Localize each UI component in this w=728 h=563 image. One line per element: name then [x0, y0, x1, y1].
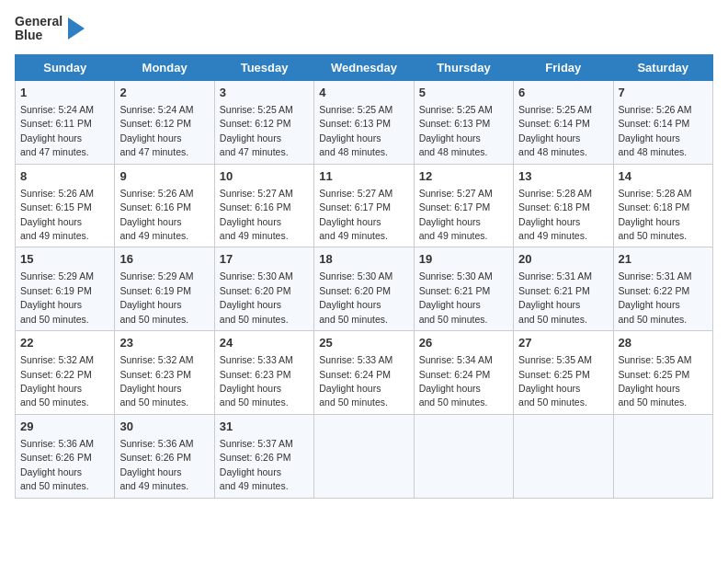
day-info: Sunrise: 5:31 AMSunset: 6:22 PMDaylight … — [619, 270, 692, 324]
calendar-cell: 4Sunrise: 5:25 AMSunset: 6:13 PMDaylight… — [314, 80, 414, 164]
day-number: 20 — [518, 251, 608, 268]
day-info: Sunrise: 5:33 AMSunset: 6:24 PMDaylight … — [319, 354, 392, 408]
day-info: Sunrise: 5:27 AMSunset: 6:16 PMDaylight … — [220, 188, 293, 241]
calendar-cell: 28Sunrise: 5:35 AMSunset: 6:25 PMDayligh… — [613, 331, 712, 415]
day-info: Sunrise: 5:36 AMSunset: 6:26 PMDaylight … — [119, 438, 193, 491]
calendar-cell: 11Sunrise: 5:27 AMSunset: 6:17 PMDayligh… — [314, 164, 414, 247]
calendar-cell: 27Sunrise: 5:35 AMSunset: 6:25 PMDayligh… — [514, 331, 613, 415]
col-header-thursday: Thursday — [414, 54, 513, 80]
day-number: 24 — [220, 335, 309, 351]
calendar-cell: 26Sunrise: 5:34 AMSunset: 6:24 PMDayligh… — [414, 331, 513, 415]
page-header: General Blue — [15, 15, 713, 43]
calendar-table: SundayMondayTuesdayWednesdayThursdayFrid… — [15, 54, 713, 499]
day-info: Sunrise: 5:26 AMSunset: 6:16 PMDaylight … — [119, 188, 193, 241]
col-header-wednesday: Wednesday — [314, 54, 414, 80]
day-number: 7 — [619, 85, 708, 101]
logo-line2: Blue — [15, 29, 63, 42]
day-info: Sunrise: 5:25 AMSunset: 6:14 PMDaylight … — [518, 104, 592, 157]
calendar-cell: 9Sunrise: 5:26 AMSunset: 6:16 PMDaylight… — [115, 164, 214, 247]
calendar-cell: 23Sunrise: 5:32 AMSunset: 6:23 PMDayligh… — [115, 331, 214, 415]
day-number: 15 — [20, 251, 109, 268]
calendar-cell: 31Sunrise: 5:37 AMSunset: 6:26 PMDayligh… — [214, 414, 313, 498]
calendar-cell: 10Sunrise: 5:27 AMSunset: 6:16 PMDayligh… — [214, 164, 313, 247]
day-info: Sunrise: 5:24 AMSunset: 6:12 PMDaylight … — [119, 104, 193, 157]
day-info: Sunrise: 5:31 AMSunset: 6:21 PMDaylight … — [518, 270, 592, 324]
logo-arrow-icon — [68, 17, 85, 40]
day-info: Sunrise: 5:34 AMSunset: 6:24 PMDaylight … — [419, 354, 493, 408]
calendar-cell: 5Sunrise: 5:25 AMSunset: 6:13 PMDaylight… — [414, 80, 513, 164]
calendar-week-1: 1Sunrise: 5:24 AMSunset: 6:11 PMDaylight… — [16, 80, 713, 164]
day-number: 14 — [619, 168, 708, 185]
col-header-saturday: Saturday — [613, 54, 712, 80]
col-header-sunday: Sunday — [16, 54, 115, 80]
calendar-cell: 24Sunrise: 5:33 AMSunset: 6:23 PMDayligh… — [214, 331, 313, 415]
day-info: Sunrise: 5:35 AMSunset: 6:25 PMDaylight … — [619, 354, 692, 408]
calendar-cell — [314, 414, 414, 498]
day-number: 13 — [518, 168, 608, 185]
calendar-cell: 3Sunrise: 5:25 AMSunset: 6:12 PMDaylight… — [214, 80, 313, 164]
calendar-cell: 12Sunrise: 5:27 AMSunset: 6:17 PMDayligh… — [414, 164, 513, 247]
calendar-cell: 15Sunrise: 5:29 AMSunset: 6:19 PMDayligh… — [16, 247, 115, 331]
calendar-cell: 30Sunrise: 5:36 AMSunset: 6:26 PMDayligh… — [115, 414, 214, 498]
calendar-cell: 22Sunrise: 5:32 AMSunset: 6:22 PMDayligh… — [16, 331, 115, 415]
day-number: 4 — [319, 85, 408, 101]
day-info: Sunrise: 5:30 AMSunset: 6:21 PMDaylight … — [419, 270, 493, 324]
day-number: 3 — [220, 85, 309, 101]
day-number: 11 — [319, 168, 408, 185]
col-header-friday: Friday — [514, 54, 613, 80]
calendar-cell: 16Sunrise: 5:29 AMSunset: 6:19 PMDayligh… — [115, 247, 214, 331]
calendar-cell: 29Sunrise: 5:36 AMSunset: 6:26 PMDayligh… — [16, 414, 115, 498]
day-number: 16 — [119, 251, 209, 268]
day-info: Sunrise: 5:29 AMSunset: 6:19 PMDaylight … — [20, 270, 94, 324]
day-number: 18 — [319, 251, 408, 268]
calendar-cell: 8Sunrise: 5:26 AMSunset: 6:15 PMDaylight… — [16, 164, 115, 247]
day-info: Sunrise: 5:28 AMSunset: 6:18 PMDaylight … — [518, 188, 592, 241]
day-number: 10 — [220, 168, 309, 185]
calendar-cell: 2Sunrise: 5:24 AMSunset: 6:12 PMDaylight… — [115, 80, 214, 164]
day-number: 8 — [20, 168, 109, 185]
day-number: 12 — [419, 168, 508, 185]
day-info: Sunrise: 5:27 AMSunset: 6:17 PMDaylight … — [319, 188, 392, 241]
day-info: Sunrise: 5:29 AMSunset: 6:19 PMDaylight … — [119, 270, 193, 324]
day-number: 22 — [20, 335, 109, 351]
logo: General Blue — [15, 15, 85, 43]
calendar-cell: 13Sunrise: 5:28 AMSunset: 6:18 PMDayligh… — [514, 164, 613, 247]
day-info: Sunrise: 5:33 AMSunset: 6:23 PMDaylight … — [220, 354, 293, 408]
day-number: 2 — [119, 85, 209, 101]
day-info: Sunrise: 5:27 AMSunset: 6:17 PMDaylight … — [419, 188, 493, 241]
day-info: Sunrise: 5:25 AMSunset: 6:12 PMDaylight … — [220, 104, 293, 157]
calendar-cell — [613, 414, 712, 498]
day-info: Sunrise: 5:25 AMSunset: 6:13 PMDaylight … — [419, 104, 493, 157]
day-info: Sunrise: 5:26 AMSunset: 6:14 PMDaylight … — [619, 104, 692, 157]
calendar-cell: 19Sunrise: 5:30 AMSunset: 6:21 PMDayligh… — [414, 247, 513, 331]
day-number: 1 — [20, 85, 109, 101]
calendar-cell — [514, 414, 613, 498]
day-number: 26 — [419, 335, 508, 351]
day-number: 29 — [20, 419, 109, 435]
calendar-cell: 1Sunrise: 5:24 AMSunset: 6:11 PMDaylight… — [16, 80, 115, 164]
calendar-cell: 25Sunrise: 5:33 AMSunset: 6:24 PMDayligh… — [314, 331, 414, 415]
day-number: 5 — [419, 85, 508, 101]
calendar-cell: 17Sunrise: 5:30 AMSunset: 6:20 PMDayligh… — [214, 247, 313, 331]
day-info: Sunrise: 5:36 AMSunset: 6:26 PMDaylight … — [20, 438, 94, 491]
day-info: Sunrise: 5:32 AMSunset: 6:23 PMDaylight … — [119, 354, 193, 408]
calendar-week-3: 15Sunrise: 5:29 AMSunset: 6:19 PMDayligh… — [16, 247, 713, 331]
calendar-cell: 7Sunrise: 5:26 AMSunset: 6:14 PMDaylight… — [613, 80, 712, 164]
day-info: Sunrise: 5:30 AMSunset: 6:20 PMDaylight … — [220, 270, 293, 324]
day-number: 30 — [119, 419, 209, 435]
day-number: 23 — [119, 335, 209, 351]
day-info: Sunrise: 5:37 AMSunset: 6:26 PMDaylight … — [220, 438, 293, 491]
day-info: Sunrise: 5:35 AMSunset: 6:25 PMDaylight … — [518, 354, 592, 408]
calendar-week-5: 29Sunrise: 5:36 AMSunset: 6:26 PMDayligh… — [16, 414, 713, 498]
calendar-cell: 18Sunrise: 5:30 AMSunset: 6:20 PMDayligh… — [314, 247, 414, 331]
calendar-cell: 21Sunrise: 5:31 AMSunset: 6:22 PMDayligh… — [613, 247, 712, 331]
calendar-cell: 6Sunrise: 5:25 AMSunset: 6:14 PMDaylight… — [514, 80, 613, 164]
day-number: 21 — [619, 251, 708, 268]
day-info: Sunrise: 5:30 AMSunset: 6:20 PMDaylight … — [319, 270, 392, 324]
day-number: 9 — [119, 168, 209, 185]
logo-line1: General — [15, 15, 63, 29]
calendar-header-row: SundayMondayTuesdayWednesdayThursdayFrid… — [16, 54, 713, 80]
day-info: Sunrise: 5:28 AMSunset: 6:18 PMDaylight … — [619, 188, 692, 241]
col-header-tuesday: Tuesday — [214, 54, 313, 80]
day-number: 28 — [619, 335, 708, 351]
